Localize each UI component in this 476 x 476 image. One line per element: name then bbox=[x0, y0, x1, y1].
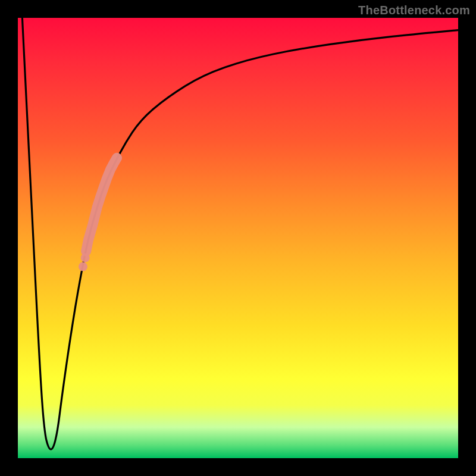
plot-area bbox=[18, 18, 458, 458]
curve-layer bbox=[18, 18, 458, 458]
svg-point-1 bbox=[81, 253, 90, 262]
chart-frame: TheBottleneck.com bbox=[0, 0, 476, 476]
svg-point-0 bbox=[79, 262, 87, 271]
attribution-label: TheBottleneck.com bbox=[358, 4, 470, 17]
highlight-dots bbox=[79, 158, 117, 271]
